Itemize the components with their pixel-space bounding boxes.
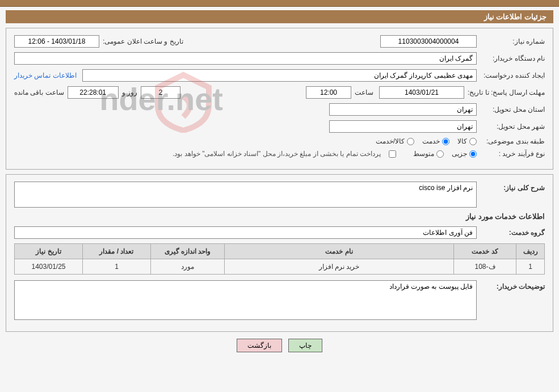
requester-label: ایجاد کننده درخواست: (477, 71, 545, 79)
row-province: استان محل تحویل: (14, 103, 545, 116)
col-idx: ردیف (516, 244, 545, 259)
cell-unit: مورد (151, 259, 225, 275)
province-field[interactable] (329, 103, 477, 116)
deadline-date-field[interactable] (379, 86, 464, 99)
radio-goods[interactable]: کالا (457, 137, 477, 145)
days-field[interactable] (141, 86, 180, 99)
announce-field[interactable] (14, 35, 99, 48)
col-date: تاریخ نیاز (15, 244, 83, 259)
radio-medium[interactable]: متوسط (413, 150, 444, 158)
row-need-number: شماره نیاز: تاریخ و ساعت اعلان عمومی: (14, 35, 545, 48)
cell-date: 1403/01/25 (15, 259, 83, 275)
remain-label: ساعت باقی مانده (14, 88, 64, 96)
days-and-label: روز و (122, 88, 137, 96)
row-summary: شرح کلی نیاز: (14, 182, 545, 208)
group-label: گروه خدمت: (477, 229, 545, 237)
service-info-heading: اطلاعات خدمات مورد نیاز (14, 212, 545, 221)
city-label: شهر محل تحویل: (477, 123, 545, 130)
col-name: نام خدمت (225, 244, 454, 259)
radio-service-input[interactable] (442, 138, 449, 145)
row-purchase-type: نوع فرآیند خرید : جزیی متوسط پرداخت تمام… (14, 150, 545, 158)
back-button[interactable]: بازگشت (237, 339, 282, 352)
radio-minor-label: جزیی (452, 150, 467, 158)
buyer-notes-textarea[interactable] (14, 280, 477, 320)
group-field[interactable] (14, 226, 477, 239)
row-city: شهر محل تحویل: (14, 120, 545, 133)
payment-note-checkbox[interactable] (389, 150, 396, 158)
col-unit: واحد اندازه گیری (151, 244, 225, 259)
radio-goods-service[interactable]: کالا/خدمت (376, 137, 414, 145)
col-qty: تعداد / مقدار (83, 244, 151, 259)
cell-name: خرید نرم افزار (225, 259, 454, 275)
radio-service[interactable]: خدمت (422, 137, 449, 145)
row-requester: ایجاد کننده درخواست: اطلاعات تماس خریدار (14, 69, 545, 82)
cell-qty: 1 (83, 259, 151, 275)
radio-medium-input[interactable] (436, 150, 444, 158)
requester-field[interactable] (82, 69, 477, 82)
buyer-notes-label: توضیحات خریدار: (477, 280, 545, 290)
row-buyer-org: نام دستگاه خریدار: (14, 52, 545, 65)
cell-idx: 1 (516, 259, 545, 275)
province-label: استان محل تحویل: (477, 106, 545, 113)
need-no-field[interactable] (380, 35, 477, 48)
payment-note-check[interactable]: پرداخت تمام یا بخشی از مبلغ خرید،از محل … (173, 150, 396, 158)
info-panel: AriaTender.net شماره نیاز: تاریخ و ساعت … (6, 28, 553, 170)
detail-panel: شرح کلی نیاز: اطلاعات خدمات مورد نیاز گر… (6, 174, 553, 332)
radio-goods-service-label: کالا/خدمت (376, 137, 405, 145)
deadline-time-field[interactable] (306, 86, 351, 99)
purchase-type-radio-group: جزیی متوسط (413, 150, 477, 158)
table-header-row: ردیف کد خدمت نام خدمت واحد اندازه گیری ت… (15, 244, 545, 259)
radio-goods-input[interactable] (469, 138, 477, 145)
col-code: کد خدمت (454, 244, 516, 259)
countdown-field[interactable] (68, 86, 119, 99)
row-subject-classification: طبقه بندی موضوعی: کالا خدمت کالا/خدمت (14, 137, 545, 145)
page-title: جزئیات اطلاعات نیاز (6, 10, 553, 23)
payment-note-text: پرداخت تمام یا بخشی از مبلغ خرید،از محل … (173, 150, 381, 158)
purchase-type-label: نوع فرآیند خرید : (477, 150, 545, 158)
summary-label: شرح کلی نیاز: (477, 182, 545, 192)
announce-label: تاریخ و ساعت اعلان عمومی: (99, 37, 183, 45)
services-table: ردیف کد خدمت نام خدمت واحد اندازه گیری ت… (14, 243, 545, 275)
row-buyer-notes: توضیحات خریدار: (14, 280, 545, 320)
row-deadline: مهلت ارسال پاسخ: تا تاریخ: ساعت روز و سا… (14, 86, 545, 99)
row-service-group: گروه خدمت: (14, 226, 545, 239)
button-row: چاپ بازگشت (0, 339, 559, 352)
buyer-contact-link[interactable]: اطلاعات تماس خریدار (14, 71, 82, 79)
city-field[interactable] (329, 120, 477, 133)
subject-radio-group: کالا خدمت کالا/خدمت (376, 137, 477, 145)
summary-textarea[interactable] (14, 182, 477, 208)
deadline-label: مهلت ارسال پاسخ: تا تاریخ: (464, 88, 545, 96)
radio-goods-label: کالا (457, 137, 467, 145)
radio-goods-service-input[interactable] (407, 138, 414, 145)
radio-minor-input[interactable] (469, 150, 477, 158)
buyer-org-label: نام دستگاه خریدار: (477, 54, 545, 62)
radio-minor[interactable]: جزیی (452, 150, 477, 158)
radio-medium-label: متوسط (413, 150, 434, 158)
need-no-label: شماره نیاز: (477, 37, 545, 45)
buyer-org-field[interactable] (14, 52, 477, 65)
table-row: 1 ف-108 خرید نرم افزار مورد 1 1403/01/25 (15, 259, 545, 275)
print-button[interactable]: چاپ (288, 339, 322, 352)
cell-code: ف-108 (454, 259, 516, 275)
top-border-bar (0, 0, 559, 7)
time-label: ساعت (355, 88, 373, 96)
subject-cat-label: طبقه بندی موضوعی: (477, 137, 545, 145)
radio-service-label: خدمت (422, 137, 440, 145)
